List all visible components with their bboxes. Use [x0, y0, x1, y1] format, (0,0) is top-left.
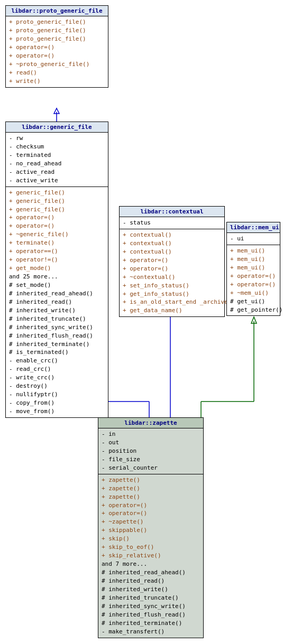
- method-line: + write(): [9, 77, 105, 86]
- mem-ui-fields: - ui: [227, 233, 280, 245]
- method-line: + skip_relative(): [102, 552, 200, 560]
- method-line: + zapette(): [102, 476, 200, 484]
- method-line: # inherited_truncate(): [9, 315, 105, 323]
- method-line: + proto_generic_file(): [9, 26, 105, 35]
- method-line: # inherited_terminate(): [102, 619, 200, 628]
- method-line: + is_an_old_start_end _archive(): [123, 298, 221, 306]
- method-line: # get_pointer(): [230, 306, 277, 314]
- method-line: + generic_file(): [9, 189, 105, 197]
- mem-ui-methods: + mem_ui() + mem_ui() + mem_ui() + opera…: [227, 245, 280, 316]
- method-line: # get_ui(): [230, 297, 277, 306]
- method-line: + generic_file(): [9, 197, 105, 206]
- method-line: + ~proto_generic_file(): [9, 60, 105, 69]
- method-line: + get_data_name(): [123, 306, 221, 315]
- method-line: + proto_generic_file(): [9, 35, 105, 43]
- contextual-title: libdar::contextual: [120, 207, 224, 217]
- method-line: # inherited_write(): [9, 306, 105, 315]
- method-line: # inherited_read(): [9, 298, 105, 306]
- method-line: + read(): [9, 69, 105, 77]
- mem-ui-title: libdar::mem_ui: [227, 222, 280, 233]
- method-line: + operator=(): [9, 52, 105, 60]
- method-line: - write_crc(): [9, 374, 105, 382]
- method-line: + contextual(): [123, 231, 221, 239]
- method-line: # inherited_read_ahead(): [102, 568, 200, 577]
- field-line: - file_size: [102, 455, 200, 464]
- method-line: + generic_file(): [9, 206, 105, 214]
- svg-marker-1: [54, 108, 59, 114]
- method-line: + operator=(): [123, 256, 221, 265]
- method-line: + get_info_status(): [123, 290, 221, 298]
- zapette-title: libdar::zapette: [98, 418, 203, 428]
- zapette-methods: + zapette() + zapette() + zapette() + op…: [98, 474, 203, 638]
- method-line: + operator=(): [123, 265, 221, 273]
- method-line: and 25 more...: [9, 273, 105, 281]
- method-line: - enable_crc(): [9, 357, 105, 365]
- svg-marker-11: [251, 317, 257, 323]
- field-line: - terminated: [9, 151, 105, 160]
- generic-file-fields: - rw - checksum - terminated - no_read_a…: [6, 133, 108, 187]
- method-line: + operator==(): [9, 247, 105, 256]
- generic-file-methods: + generic_file() + generic_file() + gene…: [6, 187, 108, 417]
- field-line: - checksum: [9, 143, 105, 151]
- method-line: + zapette(): [102, 484, 200, 493]
- method-line: - copy_from(): [9, 399, 105, 407]
- method-line: + terminate(): [9, 239, 105, 247]
- method-line: # set_mode(): [9, 281, 105, 290]
- method-line: # inherited_write(): [102, 585, 200, 594]
- method-line: + get_mode(): [9, 264, 105, 273]
- field-line: - status: [123, 219, 221, 227]
- field-line: - in: [102, 430, 200, 438]
- contextual-box: libdar::contextual - status + contextual…: [119, 206, 225, 317]
- method-line: # inherited_sync_write(): [102, 602, 200, 611]
- field-line: - no_read_ahead: [9, 160, 105, 168]
- method-line: # inherited_flush_read(): [102, 611, 200, 619]
- method-line: + proto_generic_file(): [9, 18, 105, 26]
- method-line: + skip_to_eof(): [102, 543, 200, 552]
- proto-generic-file-methods: + proto_generic_file() + proto_generic_f…: [6, 16, 108, 87]
- method-line: # inherited_terminate(): [9, 340, 105, 349]
- method-line: + skip(): [102, 535, 200, 543]
- method-line: # inherited_read_ahead(): [9, 290, 105, 298]
- zapette-fields: - in - out - position - file_size - seri…: [98, 428, 203, 474]
- mem-ui-box: libdar::mem_ui - ui + mem_ui() + mem_ui(…: [226, 222, 280, 316]
- method-line: + skippable(): [102, 526, 200, 535]
- method-line: + ~generic_file(): [9, 230, 105, 239]
- method-line: + mem_ui(): [230, 264, 277, 272]
- contextual-methods: + contextual() + contextual() + contextu…: [120, 229, 224, 316]
- method-line: + contextual(): [123, 248, 221, 256]
- method-line: # inherited_flush_read(): [9, 332, 105, 340]
- method-line: + operator=(): [102, 501, 200, 510]
- method-line: + mem_ui(): [230, 247, 277, 255]
- proto-generic-file-title: libdar::proto_generic_file: [6, 6, 108, 16]
- method-line: + operator=(): [230, 281, 277, 289]
- field-line: - ui: [230, 235, 277, 243]
- method-line: + operator=(): [9, 222, 105, 230]
- method-line: + ~contextual(): [123, 273, 221, 282]
- zapette-box: libdar::zapette - in - out - position - …: [98, 417, 204, 638]
- method-line: - read_crc(): [9, 365, 105, 374]
- method-line: # inherited_truncate(): [102, 594, 200, 602]
- method-line: - nullifyptr(): [9, 390, 105, 399]
- field-line: - active_write: [9, 176, 105, 185]
- method-line: - move_from(): [9, 407, 105, 416]
- method-line: - destroy(): [9, 382, 105, 390]
- field-line: - serial_counter: [102, 464, 200, 472]
- generic-file-title: libdar::generic_file: [6, 122, 108, 133]
- method-line: + set_info_status(): [123, 282, 221, 290]
- method-line: + zapette(): [102, 493, 200, 501]
- method-line: + contextual(): [123, 239, 221, 248]
- method-line: + operator=(): [9, 213, 105, 222]
- field-line: - out: [102, 438, 200, 447]
- method-line: + mem_ui(): [230, 255, 277, 264]
- method-line: and 7 more...: [102, 560, 200, 568]
- method-line: # inherited_read(): [102, 577, 200, 585]
- proto-generic-file-box: libdar::proto_generic_file + proto_gener…: [5, 5, 108, 88]
- method-line: + operator!=(): [9, 256, 105, 264]
- generic-file-box: libdar::generic_file - rw - checksum - t…: [5, 122, 108, 418]
- field-line: - position: [102, 447, 200, 455]
- method-line: # inherited_sync_write(): [9, 323, 105, 332]
- method-line: + operator=(): [230, 272, 277, 281]
- method-line: + ~zapette(): [102, 518, 200, 526]
- method-line: # is_terminated(): [9, 348, 105, 357]
- field-line: - rw: [9, 134, 105, 143]
